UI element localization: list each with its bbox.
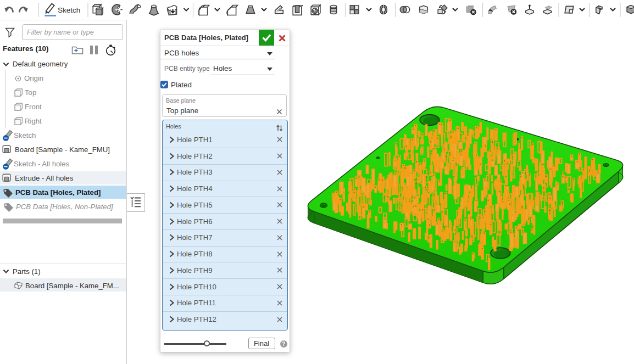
svg-text:Sketch: Sketch [58,6,80,14]
